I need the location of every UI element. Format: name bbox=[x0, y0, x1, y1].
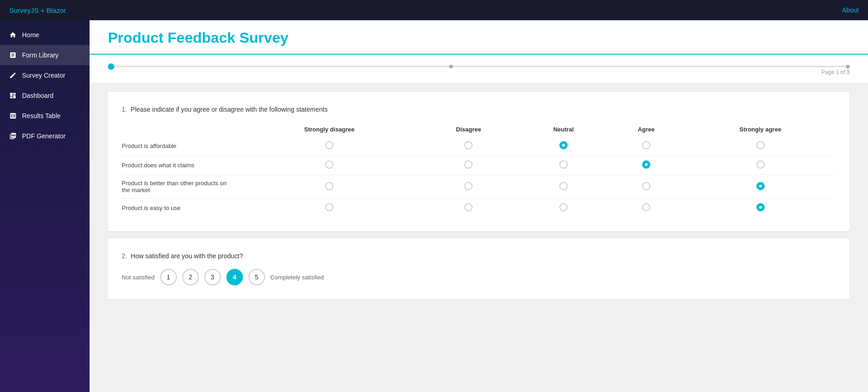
radio-0-2[interactable] bbox=[559, 141, 568, 149]
matrix-cell-3-2[interactable] bbox=[519, 199, 608, 218]
matrix-cell-1-4[interactable] bbox=[685, 156, 836, 175]
sidebar-label-home: Home bbox=[22, 31, 39, 39]
radio-3-4[interactable] bbox=[756, 203, 765, 211]
radio-1-1[interactable] bbox=[464, 160, 473, 169]
matrix-row-1-label: Product does what it claims bbox=[122, 156, 241, 175]
radio-2-1[interactable] bbox=[464, 182, 473, 190]
matrix-row-3-label: Product is easy to use bbox=[122, 199, 241, 218]
matrix-row-0-label: Product is affordable bbox=[122, 136, 241, 156]
matrix-cell-0-0[interactable] bbox=[241, 136, 417, 156]
matrix-row: Product is better than other products on… bbox=[122, 175, 836, 199]
radio-1-0[interactable] bbox=[325, 160, 333, 169]
sidebar-label-results-table: Results Table bbox=[22, 112, 61, 119]
survey-title: Product Feedback Survey bbox=[108, 29, 850, 54]
top-bar: SurveyJS + Blazor About bbox=[0, 0, 868, 20]
matrix-cell-1-2[interactable] bbox=[519, 156, 608, 175]
rating-label-start: Not satisfied bbox=[122, 274, 155, 281]
question-2-num: 2. bbox=[122, 252, 127, 260]
sidebar-label-form-library: Form Library bbox=[22, 51, 58, 59]
matrix-cell-3-1[interactable] bbox=[417, 199, 519, 218]
layout: Home Form Library Survey Creator Dashboa… bbox=[0, 20, 868, 392]
radio-2-0[interactable] bbox=[325, 182, 333, 190]
radio-3-3[interactable] bbox=[642, 203, 650, 211]
rating-btn-1[interactable]: 1 bbox=[160, 269, 177, 285]
question-1-label: 1. Please indicate if you agree or disag… bbox=[122, 106, 836, 113]
radio-2-3[interactable] bbox=[642, 182, 650, 190]
form-icon bbox=[8, 51, 17, 60]
radio-3-0[interactable] bbox=[325, 203, 333, 211]
matrix-row: Product does what it claims bbox=[122, 156, 836, 175]
matrix-col-strongly-agree: Strongly agree bbox=[685, 122, 836, 136]
sidebar-item-results-table[interactable]: Results Table bbox=[0, 106, 90, 126]
rating-btn-2[interactable]: 2 bbox=[182, 269, 199, 285]
matrix-col-agree: Agree bbox=[608, 122, 685, 136]
question-1-num: 1. bbox=[122, 106, 127, 113]
progress-dot-mid bbox=[449, 65, 453, 68]
sidebar-item-dashboard[interactable]: Dashboard bbox=[0, 85, 90, 106]
rating-btn-5[interactable]: 5 bbox=[248, 269, 265, 285]
radio-1-3[interactable] bbox=[642, 160, 650, 169]
matrix-cell-3-3[interactable] bbox=[608, 199, 685, 218]
rating-btn-4[interactable]: 4 bbox=[226, 269, 243, 285]
sidebar-label-survey-creator: Survey Creator bbox=[22, 72, 65, 79]
question-2-text: How satisfied are you with the product? bbox=[131, 252, 243, 260]
matrix-cell-2-2[interactable] bbox=[519, 175, 608, 199]
sidebar-item-survey-creator[interactable]: Survey Creator bbox=[0, 65, 90, 85]
brand-link[interactable]: SurveyJS + Blazor bbox=[9, 6, 66, 14]
matrix-header-row: Strongly disagree Disagree Neutral Agree… bbox=[122, 122, 836, 136]
matrix-cell-2-4[interactable] bbox=[685, 175, 836, 199]
matrix-cell-0-1[interactable] bbox=[417, 136, 519, 156]
rating-btn-3[interactable]: 3 bbox=[204, 269, 221, 285]
matrix-cell-2-3[interactable] bbox=[608, 175, 685, 199]
sidebar-item-form-library[interactable]: Form Library bbox=[0, 45, 90, 65]
pdf-icon bbox=[8, 131, 17, 141]
radio-0-3[interactable] bbox=[642, 141, 650, 149]
matrix-cell-3-4[interactable] bbox=[685, 199, 836, 218]
progress-dot-end bbox=[846, 65, 850, 68]
about-link[interactable]: About bbox=[842, 6, 859, 14]
question-card-2: 2. How satisfied are you with the produc… bbox=[108, 239, 850, 299]
radio-2-4[interactable] bbox=[756, 182, 765, 190]
matrix-row: Product is affordable bbox=[122, 136, 836, 156]
sidebar-label-pdf-generator: PDF Generator bbox=[22, 132, 66, 140]
matrix-table: Strongly disagree Disagree Neutral Agree… bbox=[122, 122, 836, 217]
matrix-row: Product is easy to use bbox=[122, 199, 836, 218]
matrix-cell-1-0[interactable] bbox=[241, 156, 417, 175]
progress-dot-start bbox=[108, 63, 114, 70]
sidebar-label-dashboard: Dashboard bbox=[22, 92, 54, 99]
radio-0-0[interactable] bbox=[325, 141, 333, 149]
dashboard-icon bbox=[8, 91, 17, 100]
matrix-cell-0-4[interactable] bbox=[685, 136, 836, 156]
matrix-cell-0-2[interactable] bbox=[519, 136, 608, 156]
table-icon bbox=[8, 111, 17, 120]
matrix-cell-1-1[interactable] bbox=[417, 156, 519, 175]
home-icon bbox=[8, 30, 17, 40]
matrix-col-strongly-disagree: Strongly disagree bbox=[241, 122, 417, 136]
radio-1-4[interactable] bbox=[756, 160, 765, 169]
radio-3-2[interactable] bbox=[559, 203, 568, 211]
matrix-col-header-row-label bbox=[122, 122, 241, 136]
matrix-cell-0-3[interactable] bbox=[608, 136, 685, 156]
radio-1-2[interactable] bbox=[559, 160, 568, 169]
sidebar-item-home[interactable]: Home bbox=[0, 25, 90, 45]
sidebar: Home Form Library Survey Creator Dashboa… bbox=[0, 20, 90, 392]
page-indicator: Page 1 of 3 bbox=[108, 69, 850, 75]
progress-area: Page 1 of 3 bbox=[90, 55, 868, 83]
radio-2-2[interactable] bbox=[559, 182, 568, 190]
matrix-cell-3-0[interactable] bbox=[241, 199, 417, 218]
matrix-cell-2-0[interactable] bbox=[241, 175, 417, 199]
main-content: Product Feedback Survey Page 1 of 3 1. P… bbox=[90, 20, 868, 392]
survey-content: 1. Please indicate if you agree or disag… bbox=[90, 83, 868, 316]
radio-3-1[interactable] bbox=[464, 203, 473, 211]
question-card-1: 1. Please indicate if you agree or disag… bbox=[108, 92, 850, 231]
progress-track bbox=[108, 66, 850, 67]
radio-0-1[interactable] bbox=[464, 141, 473, 149]
sidebar-item-pdf-generator[interactable]: PDF Generator bbox=[0, 126, 90, 146]
rating-area: Not satisfied 1 2 3 4 5 Completely satis… bbox=[122, 269, 836, 285]
question-1-text: Please indicate if you agree or disagree… bbox=[131, 106, 328, 113]
radio-0-4[interactable] bbox=[756, 141, 765, 149]
matrix-cell-2-1[interactable] bbox=[417, 175, 519, 199]
rating-label-end: Completely satisfied bbox=[271, 274, 324, 281]
matrix-cell-1-3[interactable] bbox=[608, 156, 685, 175]
survey-icon bbox=[8, 71, 17, 80]
